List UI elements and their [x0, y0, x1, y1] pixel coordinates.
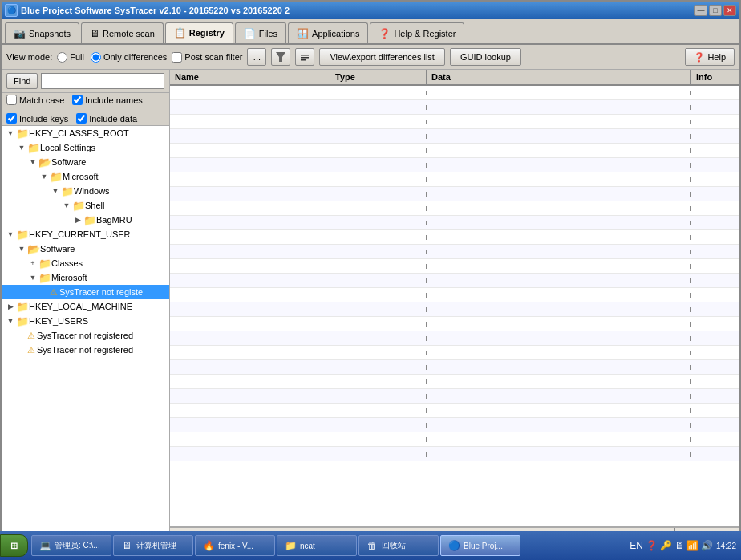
- taskbar-item-recycle[interactable]: 🗑 回收站: [358, 535, 439, 556]
- start-button[interactable]: ⊞: [0, 534, 28, 557]
- full-radio-input[interactable]: [57, 52, 67, 63]
- tree-item-hkcu[interactable]: ▼ 📁 HKEY_CURRENT_USER: [2, 227, 169, 241]
- tree-item-microsoft-1[interactable]: ▼ 📁 Microsoft: [2, 169, 169, 184]
- only-diff-radio[interactable]: Only differences: [91, 52, 167, 63]
- tree-item-software-1[interactable]: ▼ 📂 Software: [2, 155, 169, 169]
- hkcr-label: HKEY_CLASSES_ROOT: [29, 128, 129, 138]
- tree-item-windows[interactable]: ▼ 📁 Windows: [2, 184, 169, 198]
- taskbar-item-ncat[interactable]: 📁 ncat: [277, 535, 357, 556]
- minimize-button[interactable]: —: [694, 5, 707, 16]
- registry-tab-icon: 📋: [174, 27, 186, 39]
- blue-proj-icon: 🔵: [447, 539, 460, 552]
- tray-icon-2[interactable]: ❓: [646, 540, 658, 551]
- expand-microsoft-1[interactable]: ▼: [38, 172, 50, 181]
- taskbar-item-fenix[interactable]: 🔥 fenix - V...: [195, 535, 275, 556]
- taskbar-item-blue-proj[interactable]: 🔵 Blue Proj...: [440, 535, 520, 556]
- warning-icon-1: ⚠: [50, 287, 58, 298]
- include-data-checkbox[interactable]: Include data: [76, 113, 137, 124]
- include-keys-label: Include keys: [19, 114, 68, 124]
- tree-item-hklm[interactable]: ▶ 📁 HKEY_LOCAL_MACHINE: [2, 299, 169, 314]
- tray-icon-1[interactable]: EN: [630, 540, 643, 551]
- tab-help-register[interactable]: ❓ Help & Register: [370, 22, 464, 43]
- expand-windows[interactable]: ▼: [50, 187, 61, 195]
- tab-registry[interactable]: 📋 Registry: [165, 22, 233, 43]
- tray-icon-4[interactable]: 🖥: [674, 540, 684, 551]
- tray-icon-3[interactable]: 🔑: [660, 540, 672, 551]
- tree-item-classes[interactable]: + 📁 Classes: [2, 256, 169, 270]
- expand-microsoft-2[interactable]: ▼: [27, 274, 38, 282]
- tree-item-shell[interactable]: ▼ 📁 Shell: [2, 198, 169, 213]
- tree-item-bagmru[interactable]: ▶ 📁 BagMRU: [2, 213, 169, 227]
- taskbar-item-admin[interactable]: 💻 管理员: C:\...: [31, 535, 111, 556]
- expand-hklm[interactable]: ▶: [5, 302, 16, 310]
- expand-shell[interactable]: ▼: [61, 201, 72, 209]
- table-row: [170, 129, 739, 144]
- table-row: [170, 302, 739, 317]
- clock[interactable]: 14:22: [716, 541, 736, 551]
- tray-icon-5[interactable]: 📶: [686, 540, 698, 551]
- ncat-icon: 📁: [284, 539, 297, 552]
- find-button[interactable]: Find: [6, 73, 38, 89]
- search-input[interactable]: [41, 73, 164, 89]
- include-data-input[interactable]: [76, 113, 87, 124]
- scan-icon: [300, 52, 310, 62]
- include-keys-input[interactable]: [6, 113, 17, 124]
- close-button[interactable]: ✕: [723, 5, 736, 16]
- match-case-input[interactable]: [6, 95, 17, 105]
- expand-local-settings[interactable]: ▼: [16, 144, 27, 152]
- registry-tree[interactable]: ▼ 📁 HKEY_CLASSES_ROOT ▼ 📁 Local Settings…: [2, 126, 169, 558]
- systracer-3-label: SysTracer not registered: [37, 345, 133, 355]
- tray-icon-6[interactable]: 🔊: [701, 540, 713, 551]
- tree-item-local-settings[interactable]: ▼ 📁 Local Settings: [2, 140, 169, 155]
- help-button[interactable]: ❓ Help: [685, 48, 735, 66]
- tree-item-hku[interactable]: ▼ 📁 HKEY_USERS: [2, 314, 169, 328]
- expand-hku[interactable]: ▼: [5, 317, 16, 325]
- include-names-label: Include names: [85, 95, 143, 105]
- taskbar-ncat-label: ncat: [300, 542, 315, 550]
- tab-applications[interactable]: 🪟 Applications: [288, 22, 368, 43]
- guid-lookup-button[interactable]: GUID lookup: [450, 48, 521, 66]
- post-scan-checkbox[interactable]: Post scan filter: [172, 52, 242, 63]
- full-radio[interactable]: Full: [57, 52, 84, 63]
- scan-button[interactable]: [295, 48, 314, 66]
- tree-item-systracer-3[interactable]: ⚠ SysTracer not registered: [2, 343, 169, 357]
- table-row: [170, 432, 739, 447]
- table-row: [170, 418, 739, 432]
- expand-hkcu[interactable]: ▼: [5, 230, 16, 238]
- tree-item-software-2[interactable]: ▼ 📂 Software: [2, 241, 169, 256]
- folder-shell-icon: 📁: [72, 200, 85, 212]
- tree-item-microsoft-2[interactable]: ▼ 📁 Microsoft: [2, 270, 169, 285]
- include-names-checkbox[interactable]: Include names: [72, 95, 143, 105]
- include-names-input[interactable]: [72, 95, 83, 105]
- taskbar-item-computer-mgmt[interactable]: 🖥 计算机管理: [113, 535, 193, 556]
- microsoft-1-label: Microsoft: [63, 172, 99, 181]
- dots-button[interactable]: ...: [247, 48, 266, 66]
- applications-tab-icon: 🪟: [297, 28, 309, 39]
- warning-icon-2: ⚠: [27, 331, 35, 341]
- expand-software-2[interactable]: ▼: [16, 245, 27, 253]
- maximize-button[interactable]: □: [709, 5, 722, 16]
- expand-hkcr[interactable]: ▼: [5, 129, 16, 137]
- folder-classes-icon: 📁: [38, 258, 51, 270]
- table-body[interactable]: [170, 86, 739, 526]
- filter-button[interactable]: [271, 48, 290, 66]
- expand-software-1[interactable]: ▼: [27, 158, 38, 166]
- tab-remote-scan[interactable]: 🖥 Remote scan: [81, 22, 164, 43]
- include-keys-checkbox[interactable]: Include keys: [6, 113, 68, 124]
- match-case-checkbox[interactable]: Match case: [6, 95, 64, 105]
- tree-item-systracer-2[interactable]: ⚠ SysTracer not registered: [2, 328, 169, 343]
- tab-files-label: Files: [259, 29, 277, 39]
- post-scan-input[interactable]: [172, 52, 182, 63]
- expand-classes[interactable]: +: [27, 259, 38, 267]
- tab-files[interactable]: 📄 Files: [235, 22, 286, 43]
- tree-item-hkcr[interactable]: ▼ 📁 HKEY_CLASSES_ROOT: [2, 126, 169, 140]
- tab-snapshots[interactable]: 📷 Snapshots: [5, 22, 79, 43]
- table-row: [170, 389, 739, 404]
- table-row: [170, 158, 739, 172]
- tree-item-systracer-selected[interactable]: ⚠ SysTracer not registe: [2, 285, 169, 299]
- microsoft-2-label: Microsoft: [51, 273, 87, 282]
- col-name-header: Name: [170, 70, 330, 84]
- expand-bagmru[interactable]: ▶: [72, 216, 83, 224]
- view-export-button[interactable]: View\export differences list: [319, 48, 444, 66]
- only-diff-radio-input[interactable]: [91, 52, 101, 63]
